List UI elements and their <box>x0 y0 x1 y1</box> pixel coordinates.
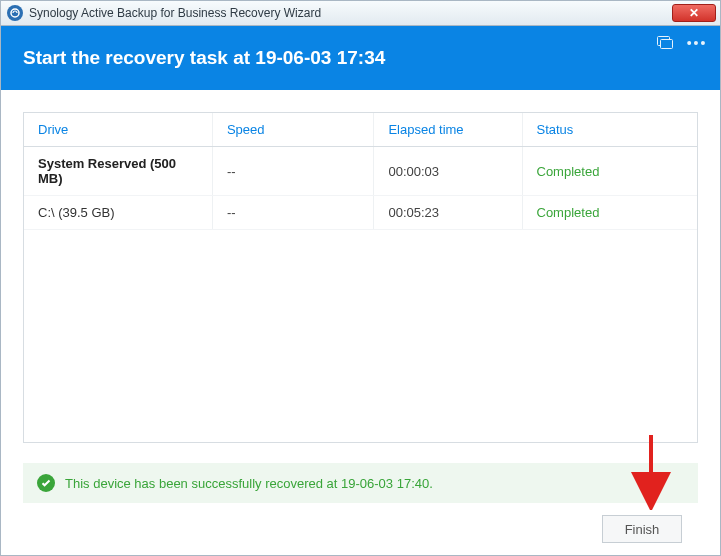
status-banner: This device has been successfully recove… <box>23 463 698 503</box>
col-header-elapsed[interactable]: Elapsed time <box>374 113 522 147</box>
close-icon: ✕ <box>689 6 699 20</box>
success-check-icon <box>37 474 55 492</box>
wizard-footer: Finish <box>23 503 698 555</box>
app-icon <box>7 5 23 21</box>
svg-rect-2 <box>661 40 673 49</box>
titlebar: Synology Active Backup for Business Reco… <box>0 0 721 26</box>
status-message: This device has been successfully recove… <box>65 476 433 491</box>
cell-elapsed: 00:00:03 <box>374 147 522 196</box>
cell-speed: -- <box>212 196 374 230</box>
cell-status: Completed <box>522 196 697 230</box>
wizard-header: Start the recovery task at 19-06-03 17:3… <box>1 26 720 90</box>
cell-elapsed: 00:05:23 <box>374 196 522 230</box>
cell-drive: C:\ (39.5 GB) <box>24 196 212 230</box>
more-options-icon[interactable]: ••• <box>688 36 706 50</box>
finish-button-label: Finish <box>625 522 660 537</box>
cell-drive: System Reserved (500 MB) <box>24 147 212 196</box>
page-title: Start the recovery task at 19-06-03 17:3… <box>23 47 385 69</box>
close-button[interactable]: ✕ <box>672 4 716 22</box>
table-row[interactable]: C:\ (39.5 GB)--00:05:23Completed <box>24 196 697 230</box>
cell-status: Completed <box>522 147 697 196</box>
svg-point-0 <box>11 9 19 17</box>
table-row[interactable]: System Reserved (500 MB)--00:00:03Comple… <box>24 147 697 196</box>
col-header-speed[interactable]: Speed <box>212 113 374 147</box>
recovery-table: Drive Speed Elapsed time Status System R… <box>23 112 698 443</box>
window-title: Synology Active Backup for Business Reco… <box>29 6 672 20</box>
monitor-icon[interactable] <box>656 36 674 50</box>
finish-button[interactable]: Finish <box>602 515 682 543</box>
col-header-status[interactable]: Status <box>522 113 697 147</box>
cell-speed: -- <box>212 147 374 196</box>
col-header-drive[interactable]: Drive <box>24 113 212 147</box>
